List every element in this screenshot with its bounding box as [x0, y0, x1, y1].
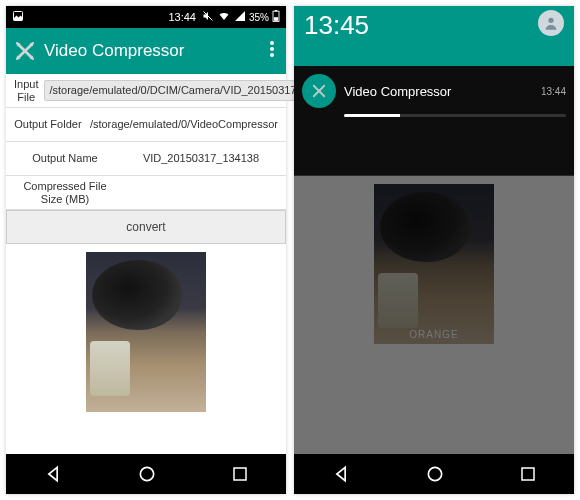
wifi-icon [217, 10, 231, 24]
nav-bar [6, 454, 286, 494]
svg-rect-20 [522, 468, 534, 480]
notification-panel: Video Compressor 13:44 [294, 66, 574, 176]
status-bar: 13:44 35% [6, 6, 286, 28]
notification-shade-header[interactable]: 13:45 [294, 6, 574, 66]
phone-right: 13:45 Video Compressor 13:44 ORANGE [294, 6, 574, 494]
mute-icon [202, 10, 214, 24]
notification-title: Video Compressor [344, 84, 533, 99]
video-thumbnail[interactable] [86, 252, 206, 412]
convert-button-label: convert [126, 220, 165, 234]
output-folder-value[interactable]: /storage/emulated/0/VideoCompressor [86, 116, 282, 133]
row-input-file: Input File /storage/emulated/0/DCIM/Came… [6, 74, 286, 108]
dimmed-background: ORANGE [294, 176, 574, 454]
svg-point-12 [270, 47, 274, 51]
svg-point-13 [270, 53, 274, 57]
svg-rect-15 [234, 468, 246, 480]
input-file-label: Input File [10, 78, 42, 103]
row-output-folder: Output Folder /storage/emulated/0/VideoC… [6, 108, 286, 142]
output-name-value[interactable]: VID_20150317_134138 [120, 150, 282, 167]
notification-item[interactable]: Video Compressor 13:44 [302, 74, 566, 108]
output-folder-label: Output Folder [10, 118, 86, 131]
image-icon [12, 10, 24, 24]
nav-home-button[interactable] [425, 464, 445, 484]
svg-rect-4 [274, 17, 278, 21]
form-area: Input File /storage/emulated/0/DCIM/Came… [6, 74, 286, 454]
user-avatar[interactable] [538, 10, 564, 36]
status-time: 13:44 [168, 11, 196, 23]
phone-left: 13:44 35% Video Compressor In [6, 6, 286, 494]
svg-point-14 [140, 467, 153, 480]
nav-home-button[interactable] [137, 464, 157, 484]
nav-back-button[interactable] [43, 464, 63, 484]
notification-app-icon [302, 74, 336, 108]
nav-back-button[interactable] [331, 464, 351, 484]
nav-recent-button[interactable] [231, 465, 249, 483]
compressed-size-label: Compressed File Size (MB) [10, 180, 120, 205]
notification-time: 13:44 [541, 86, 566, 97]
output-name-label: Output Name [10, 152, 120, 165]
battery-icon [272, 10, 280, 24]
preview-area [6, 244, 286, 454]
compressed-size-value[interactable] [120, 191, 282, 195]
svg-rect-3 [275, 10, 277, 11]
app-logo-icon [14, 40, 36, 62]
notification-progress [344, 114, 566, 117]
battery-text: 35% [249, 12, 269, 23]
nav-recent-button[interactable] [519, 465, 537, 483]
convert-button[interactable]: convert [6, 210, 286, 244]
svg-point-19 [428, 467, 441, 480]
signal-icon [234, 10, 246, 24]
video-thumbnail [374, 184, 494, 344]
shade-time: 13:45 [304, 10, 369, 41]
row-output-name: Output Name VID_20150317_134138 [6, 142, 286, 176]
row-compressed-size: Compressed File Size (MB) [6, 176, 286, 210]
nav-bar [294, 454, 574, 494]
overflow-menu-button[interactable] [266, 41, 278, 61]
app-title: Video Compressor [44, 41, 266, 61]
thumbnail-label: ORANGE [374, 329, 494, 340]
notification-progress-bar [344, 114, 400, 117]
svg-point-11 [270, 41, 274, 45]
svg-point-16 [548, 18, 553, 23]
app-bar: Video Compressor [6, 28, 286, 74]
